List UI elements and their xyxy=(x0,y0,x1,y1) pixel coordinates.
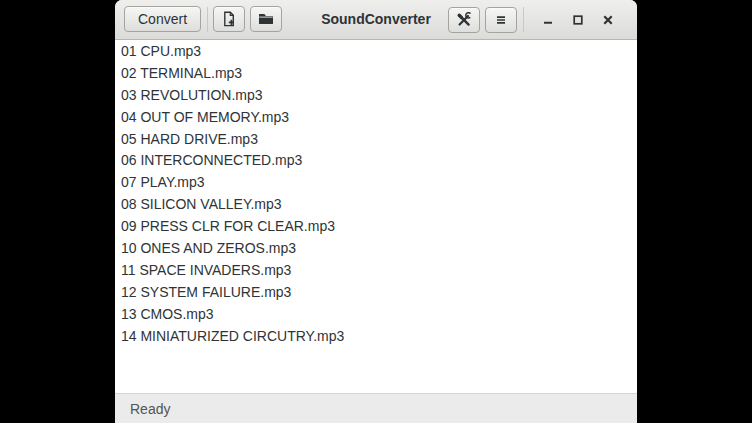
list-item[interactable]: 03 REVOLUTION.mp3 xyxy=(115,85,637,107)
list-item[interactable]: 01 CPU.mp3 xyxy=(115,41,637,63)
window-maximize-icon xyxy=(570,12,586,28)
list-item[interactable]: 06 INTERCONNECTED.mp3 xyxy=(115,150,637,172)
list-item[interactable]: 13 CMOS.mp3 xyxy=(115,304,637,326)
headerbar-right-group xyxy=(448,0,637,39)
status-bar: Ready xyxy=(115,393,637,423)
maximize-button[interactable] xyxy=(566,8,590,32)
status-text: Ready xyxy=(130,401,170,417)
list-item[interactable]: 08 SILICON VALLEY.mp3 xyxy=(115,194,637,216)
list-item[interactable]: 07 PLAY.mp3 xyxy=(115,172,637,194)
window-close-icon xyxy=(600,12,616,28)
preferences-button[interactable] xyxy=(448,7,480,33)
file-list: 01 CPU.mp3 02 TERMINAL.mp3 03 REVOLUTION… xyxy=(115,40,637,393)
add-folder-button[interactable] xyxy=(250,6,282,32)
header-separator xyxy=(207,7,208,32)
add-file-button[interactable] xyxy=(213,6,245,32)
window-minimize-icon xyxy=(540,12,556,28)
preferences-tools-icon xyxy=(456,12,472,28)
headerbar: Convert xyxy=(115,0,637,40)
list-item[interactable]: 02 TERMINAL.mp3 xyxy=(115,63,637,85)
list-item[interactable]: 14 MINIATURIZED CIRCUTRY.mp3 xyxy=(115,326,637,348)
menu-button[interactable] xyxy=(485,7,517,33)
list-item[interactable]: 04 OUT OF MEMORY.mp3 xyxy=(115,107,637,129)
folder-icon xyxy=(258,11,274,27)
list-item[interactable]: 05 HARD DRIVE.mp3 xyxy=(115,129,637,151)
headerbar-left-group: Convert xyxy=(124,6,282,32)
convert-button[interactable]: Convert xyxy=(124,6,201,32)
list-item[interactable]: 09 PRESS CLR FOR CLEAR.mp3 xyxy=(115,216,637,238)
list-item[interactable]: 11 SPACE INVADERS.mp3 xyxy=(115,260,637,282)
desktop-background: Convert xyxy=(0,0,752,423)
close-button[interactable] xyxy=(596,8,620,32)
add-file-icon xyxy=(221,11,237,27)
minimize-button[interactable] xyxy=(536,8,560,32)
window-controls-separator xyxy=(523,7,524,32)
soundconverter-window: Convert xyxy=(115,0,637,423)
list-item[interactable]: 10 ONES AND ZEROS.mp3 xyxy=(115,238,637,260)
list-item[interactable]: 12 SYSTEM FAILURE.mp3 xyxy=(115,282,637,304)
hamburger-menu-icon xyxy=(493,12,509,28)
